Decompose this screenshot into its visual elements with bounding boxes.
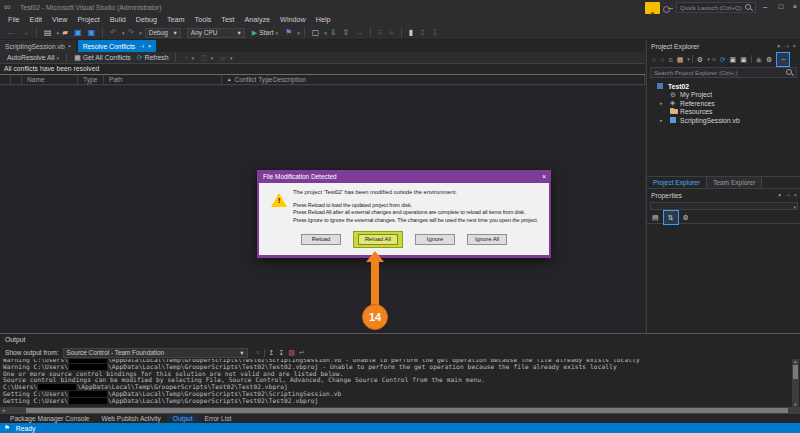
scroll-up-icon[interactable]: ▴ — [792, 359, 799, 364]
undo-icon[interactable]: ↶ — [110, 26, 117, 40]
tab-team-explorer[interactable]: Team Explorer — [707, 177, 763, 188]
pe-refresh-icon[interactable]: ⟳ — [720, 53, 726, 66]
pe-back-icon[interactable]: ○ — [652, 53, 656, 66]
clear-all-icon[interactable]: ▨ — [288, 346, 295, 359]
compare-icon[interactable]: ↔ — [355, 26, 363, 40]
output-source-dropdown[interactable]: Source Control - Team Foundation ▾ — [63, 348, 248, 358]
tree-item-my-project[interactable]: ⚙My Project — [647, 91, 800, 100]
tree-item-scriptingsession-vb[interactable]: ▸ScriptingSession.vb — [647, 116, 800, 125]
tree-item-references[interactable]: ▸◈References — [647, 99, 800, 108]
scroll-left-icon[interactable]: ◂ — [2, 407, 5, 414]
save-icon[interactable]: ▣ — [74, 26, 82, 40]
get-all-conflicts-button[interactable]: ▦Get All Conflicts — [74, 54, 131, 62]
pe-forward-icon[interactable]: ○ — [660, 53, 664, 66]
column-header-description[interactable]: Description — [268, 75, 645, 84]
column-header-icon-0[interactable] — [0, 75, 11, 84]
profiler-icon[interactable]: ⚑ — [285, 26, 292, 40]
next-message-icon[interactable]: ↧ — [278, 346, 284, 359]
vertical-scrollbar[interactable]: ▴ ▾ — [792, 359, 799, 407]
menu-item-project[interactable]: Project — [72, 14, 104, 26]
ignore-button[interactable]: Ignore — [415, 234, 455, 245]
minimize-button[interactable]: – — [758, 0, 772, 14]
next-bookmark-icon[interactable]: ↧ — [432, 26, 439, 40]
tree-item-test02[interactable]: Test02 — [647, 82, 800, 91]
project-explorer-search-input[interactable]: Search Project Explorer (Ctrl+;) — [650, 67, 797, 78]
pin-icon[interactable]: ⊣ — [139, 43, 144, 49]
pin-icon[interactable]: ⊣ — [784, 43, 789, 49]
menu-item-build[interactable]: Build — [105, 14, 131, 26]
history-icon[interactable]: ◔▾ — [183, 54, 194, 61]
funnel-icon[interactable]: ▼ — [645, 2, 660, 14]
chevron-down-icon[interactable]: ▾ — [778, 192, 781, 198]
pe-view-icon[interactable]: ▦ — [677, 53, 684, 66]
menu-item-tools[interactable]: Tools — [190, 14, 217, 26]
pe-preview-icon[interactable]: ◉ — [756, 53, 762, 66]
pe-collapse-all-icon[interactable]: − — [776, 52, 790, 67]
menu-item-edit[interactable]: Edit — [25, 14, 47, 26]
previous-message-icon[interactable]: ↥ — [269, 346, 275, 359]
column-header-name[interactable]: Name — [22, 75, 78, 84]
tree-item-resources[interactable]: Resources — [647, 108, 800, 117]
alphabetical-icon[interactable]: ⇅ — [663, 210, 679, 225]
save-all-icon[interactable]: ▣ — [88, 26, 96, 40]
dialog-close-icon[interactable]: × — [542, 170, 546, 183]
annotate-icon[interactable]: ▭▾ — [219, 54, 232, 62]
open-folder-icon[interactable]: ▰ — [62, 26, 68, 40]
output-console[interactable]: Warning C:\Users\\AppData\Local\Temp\Gro… — [0, 359, 791, 407]
expander-icon[interactable]: ▸ — [660, 100, 663, 106]
find-message-icon[interactable]: ≡ — [256, 346, 260, 359]
check-in-icon[interactable]: ⇧ — [343, 26, 350, 40]
alphabetical-icon[interactable]: ⇅ — [668, 214, 674, 221]
scrollbar-thumb[interactable] — [26, 408, 788, 413]
dialog-title-bar[interactable]: File Modification Detected × — [257, 170, 551, 183]
column-header-path[interactable]: Path — [104, 75, 222, 84]
autoresolve-all-button[interactable]: AutoResolve All▾ — [7, 54, 59, 61]
property-pages-icon[interactable]: ⚙ — [683, 211, 689, 224]
navigate-backward-icon[interactable]: ← — [7, 26, 15, 40]
pin-icon[interactable]: ⊣ — [785, 192, 790, 198]
chevron-down-icon[interactable]: ▾ — [777, 43, 780, 49]
new-project-icon[interactable]: ▤ — [44, 26, 52, 40]
horizontal-scrollbar[interactable]: ◂ — [0, 407, 800, 414]
compare-versions-icon[interactable]: ◫▾ — [200, 54, 213, 62]
properties-object-dropdown[interactable]: ▾ — [650, 202, 798, 210]
key-icon[interactable] — [663, 5, 673, 12]
close-tab-icon[interactable]: × — [148, 43, 151, 49]
refresh-button[interactable]: ⟳Refresh — [137, 54, 169, 62]
ignore-all-button[interactable]: Ignore All — [467, 234, 507, 245]
menu-item-analyze[interactable]: Analyze — [240, 14, 276, 26]
tab-project-explorer[interactable]: Project Explorer — [647, 177, 707, 188]
solution-configurations-dropdown[interactable]: Debug▾ — [145, 28, 181, 38]
menu-item-view[interactable]: View — [47, 14, 72, 26]
menu-item-file[interactable]: File — [3, 14, 25, 26]
column-header-conflict-type[interactable]: ▲Conflict Type — [222, 75, 268, 84]
reload-all-button[interactable]: Reload All — [358, 234, 398, 245]
tab-resolve-conflicts[interactable]: Resolve Conflicts⊣× — [78, 40, 157, 52]
start-debugging-button[interactable]: ▶Start▾ — [252, 29, 278, 37]
maximize-button[interactable]: □ — [774, 0, 788, 14]
previous-bookmark-icon[interactable]: ↥ — [419, 26, 426, 40]
close-icon[interactable]: × — [794, 192, 797, 198]
close-button[interactable]: × — [788, 0, 800, 14]
bookmark-icon[interactable]: ▮ — [409, 26, 413, 40]
pe-list-icon[interactable]: ≡ — [712, 53, 716, 66]
pe-filter-icon[interactable]: ⚙ — [697, 53, 703, 66]
comment-icon[interactable]: ≡ — [378, 26, 383, 40]
menu-item-test[interactable]: Test — [216, 14, 239, 26]
pe-duplicate-icon[interactable]: ▣ — [740, 53, 747, 66]
solution-platforms-dropdown[interactable]: Any CPU▾ — [187, 28, 245, 38]
scrollbar-thumb[interactable] — [793, 365, 798, 379]
close-icon[interactable]: × — [793, 43, 796, 49]
column-header-type[interactable]: Type — [78, 75, 104, 84]
expander-icon[interactable]: ▸ — [660, 117, 663, 123]
reload-button[interactable]: Reload — [301, 234, 341, 245]
menu-item-window[interactable]: Window — [275, 14, 311, 26]
navigate-forward-icon[interactable]: → — [21, 26, 29, 40]
uncomment-icon[interactable]: ≡ — [389, 26, 394, 40]
quick-launch-input[interactable]: Quick Launch (Ctrl+Q) — [676, 2, 756, 13]
categorized-icon[interactable]: ▤ — [652, 211, 659, 224]
get-latest-icon[interactable]: ⇩ — [330, 26, 337, 40]
menu-item-team[interactable]: Team — [162, 14, 190, 26]
menu-item-debug[interactable]: Debug — [131, 14, 162, 26]
pe-home-icon[interactable]: ⌂ — [668, 53, 672, 66]
